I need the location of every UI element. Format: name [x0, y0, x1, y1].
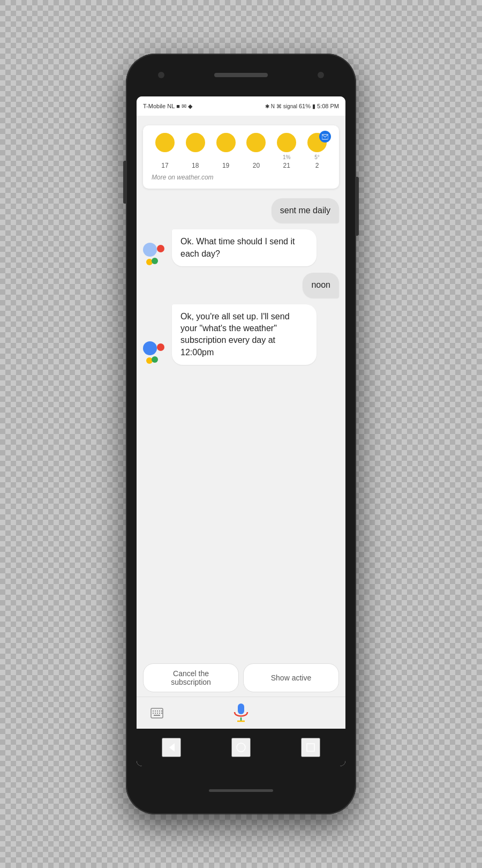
- svg-rect-5: [157, 710, 158, 712]
- sun-icon-21: [277, 133, 296, 152]
- phone-speaker: [214, 73, 268, 77]
- rain-2: 5°: [314, 154, 320, 162]
- message-row-assistant-2: Ok, you're all set up. I'll send your "w…: [137, 301, 345, 369]
- back-button[interactable]: [162, 738, 181, 757]
- status-left: T-Mobile NL ■ ✉ ◆: [143, 103, 192, 110]
- svg-rect-10: [157, 713, 158, 714]
- bluetooth-icon: ✱: [265, 103, 269, 109]
- recents-button[interactable]: [301, 738, 320, 757]
- assistant-avatar-1: [143, 243, 167, 266]
- sun-icon-17: [155, 133, 175, 152]
- ga-dot-red: [157, 245, 164, 252]
- carrier-label: T-Mobile NL: [143, 103, 175, 109]
- weather-day-19: 19: [213, 133, 239, 169]
- assistant-text-1: Ok. What time should I send it each day?: [180, 237, 295, 258]
- ga-dot-blue-2: [143, 341, 157, 355]
- svg-point-18: [237, 743, 245, 752]
- sun-icon-19: [216, 133, 236, 152]
- home-indicator: [209, 789, 273, 792]
- svg-marker-17: [169, 743, 175, 752]
- svg-rect-8: [153, 713, 154, 714]
- sun-icon-20: [246, 133, 266, 152]
- weather-link: More on weather.com: [152, 174, 330, 181]
- show-active-button[interactable]: Show active: [243, 663, 339, 692]
- svg-rect-11: [159, 713, 160, 714]
- wifi-signal-icon: ⌘: [276, 103, 282, 109]
- weather-day-2: 5° 2: [304, 133, 330, 169]
- user-bubble-2: noon: [303, 273, 339, 297]
- home-button[interactable]: [231, 738, 251, 757]
- svg-rect-12: [161, 713, 162, 714]
- google-assistant-icon-2: [143, 341, 167, 365]
- day-21: 21: [283, 162, 290, 169]
- day-19: 19: [222, 162, 229, 169]
- ga-dot-blue: [143, 243, 157, 257]
- weather-days-row: 17 18 19: [152, 133, 330, 169]
- time-label: 5:08 PM: [317, 103, 339, 109]
- wifi-icon: ■ ✉ ◆: [176, 103, 192, 110]
- mic-button[interactable]: [229, 701, 253, 725]
- phone-top-bar: [126, 54, 356, 96]
- weather-widget: 17 18 19: [143, 125, 339, 189]
- user-text-2: noon: [311, 280, 330, 289]
- suggestions-bar: Cancel the subscription Show active: [137, 659, 345, 697]
- day-2: 2: [315, 162, 319, 169]
- nav-bar: [137, 729, 345, 766]
- svg-rect-14: [238, 704, 244, 714]
- phone-screen: T-Mobile NL ■ ✉ ◆ ✱ N ⌘ signal 61% ▮ 5:0…: [137, 96, 345, 766]
- camera-left: [158, 72, 164, 78]
- rain-21: 1%: [283, 154, 290, 162]
- weather-day-17: 17: [152, 133, 178, 169]
- weather-day-21: 1% 21: [273, 133, 300, 169]
- svg-rect-7: [161, 710, 162, 712]
- phone-frame: T-Mobile NL ■ ✉ ◆ ✱ N ⌘ signal 61% ▮ 5:0…: [126, 54, 356, 814]
- message-row-user-1: sent me daily: [137, 195, 345, 226]
- day-20: 20: [253, 162, 260, 169]
- svg-rect-4: [155, 710, 156, 712]
- svg-rect-19: [307, 744, 314, 751]
- keyboard-button[interactable]: [147, 704, 167, 723]
- google-assistant-icon-1: [143, 243, 167, 266]
- input-bar: [137, 697, 345, 729]
- svg-rect-13: [154, 715, 160, 716]
- day-17: 17: [161, 162, 168, 169]
- assistant-bubble-1: Ok. What time should I send it each day?: [172, 229, 317, 266]
- ga-dot-red-2: [157, 343, 164, 351]
- nfc-icon: N: [271, 103, 275, 109]
- ga-dot-green: [152, 258, 158, 264]
- battery-label: 61%: [299, 103, 311, 109]
- signal-icon: signal: [283, 103, 297, 109]
- cancel-subscription-button[interactable]: Cancel the subscription: [143, 663, 239, 692]
- assistant-bubble-2: Ok, you're all set up. I'll send your "w…: [172, 304, 317, 365]
- status-right: ✱ N ⌘ signal 61% ▮ 5:08 PM: [265, 103, 339, 110]
- user-bubble-1: sent me daily: [272, 198, 339, 223]
- battery-icon: ▮: [312, 103, 315, 110]
- ga-dot-green-2: [152, 356, 158, 363]
- message-row-user-2: noon: [137, 270, 345, 301]
- assistant-avatar-2: [143, 341, 167, 365]
- svg-rect-3: [153, 710, 154, 712]
- camera-right: [318, 72, 324, 78]
- svg-rect-9: [155, 713, 156, 714]
- status-bar: T-Mobile NL ■ ✉ ◆ ✱ N ⌘ signal 61% ▮ 5:0…: [137, 96, 345, 116]
- message-row-assistant-1: Ok. What time should I send it each day?: [137, 226, 345, 270]
- weather-day-20: 20: [243, 133, 269, 169]
- chat-area: 17 18 19: [137, 116, 345, 659]
- mail-badge: [319, 131, 331, 143]
- svg-rect-6: [159, 710, 160, 712]
- phone-bottom-bar: [209, 766, 273, 814]
- sun-icon-18: [186, 133, 205, 152]
- user-text-1: sent me daily: [280, 206, 330, 215]
- assistant-text-2: Ok, you're all set up. I'll send your "w…: [180, 312, 290, 357]
- weather-day-18: 18: [182, 133, 209, 169]
- day-18: 18: [192, 162, 199, 169]
